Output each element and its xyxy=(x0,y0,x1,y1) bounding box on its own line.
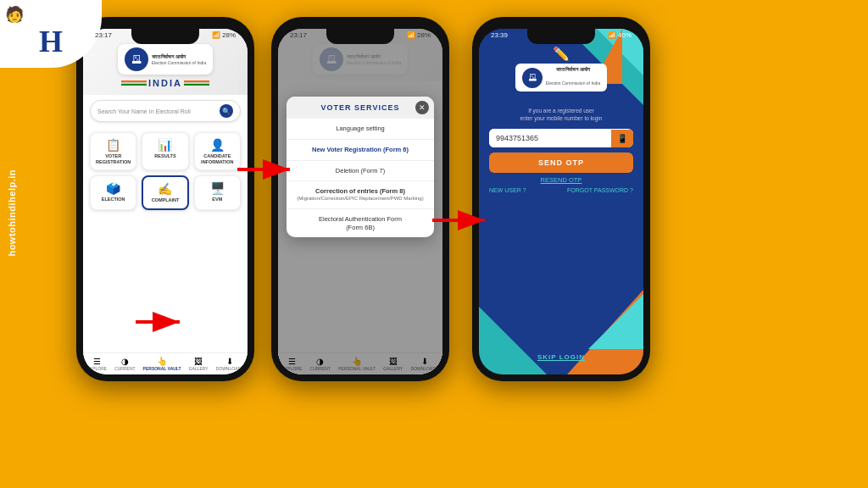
nav-current[interactable]: ◑ CURRENT xyxy=(114,357,135,371)
nav-gallery[interactable]: 🖼 GALLERY xyxy=(189,357,209,371)
phone-2-signal: 📶 28% xyxy=(407,31,431,39)
modal-item-correction[interactable]: Correction of entries (Form 8) (Migratio… xyxy=(287,181,434,209)
pencil-icon: ✏️ xyxy=(487,46,635,62)
new-user-link[interactable]: NEW USER ? xyxy=(489,187,526,193)
results-icon: 📊 xyxy=(144,138,186,152)
voter-registration-icon: 📋 xyxy=(92,138,134,152)
login-form: If you are a registered userenter your m… xyxy=(479,102,643,198)
forgot-password-link[interactable]: FORGOT PASSWORD ? xyxy=(567,187,633,193)
modal-correction-label: Correction of entries (Form 8) xyxy=(295,187,426,196)
phone-2-notch xyxy=(326,29,394,44)
complaint-icon: ✍️ xyxy=(145,182,185,196)
resend-otp-link[interactable]: RESEND OTP xyxy=(489,176,633,184)
login-eci-emblem: 🗳 xyxy=(522,68,542,88)
downloads-icon: ⬇ xyxy=(216,357,244,366)
modal-correction-sub: (Migration/Correction/EPIC Replacement/P… xyxy=(295,196,426,202)
eci-emblem-icon: 🗳 xyxy=(125,47,148,71)
explore-icon: ☰ xyxy=(87,357,108,366)
main-grid: 📋 VOTERREGISTRATION 📊 RESULTS 👤 CANDIDAT… xyxy=(83,127,248,215)
nav-explore[interactable]: ☰ EXPLORE xyxy=(87,357,108,371)
website-url: howtohindihelp.in xyxy=(7,169,17,257)
phone-number-input-row: 📱 xyxy=(489,129,633,147)
current-icon: ◑ xyxy=(114,357,135,366)
candidate-info-icon: 👤 xyxy=(197,138,238,152)
phone-1-notch xyxy=(131,29,199,44)
phone-3: 23:39 📶 40% ✏️ 🗳 भारत निर्वाचन आयोग Elec… xyxy=(472,17,650,381)
login-background: 23:39 📶 40% ✏️ 🗳 भारत निर्वाचन आयोग Elec… xyxy=(479,29,643,374)
phone-2-time: 23:17 xyxy=(290,31,307,39)
voter-services-modal: VOTER SERVICES ✕ Language setting New Vo… xyxy=(287,97,434,237)
tricolor-icon xyxy=(121,80,147,86)
logo-letter: H xyxy=(39,24,63,59)
phone-2: 23:17 📶 28% 🗳 भारत निर्वाचन आयोग Electio… xyxy=(271,17,449,381)
modal-close-button[interactable]: ✕ xyxy=(415,101,429,114)
triangle-br2 xyxy=(588,294,643,349)
modal-item-new-voter[interactable]: New Voter Registration (Form 6) xyxy=(287,140,434,161)
eci-text: भारत निर्वाचन आयोग Election Commission o… xyxy=(152,54,206,65)
nav-downloads[interactable]: ⬇ DOWNLOADS xyxy=(216,357,244,371)
phone-2-screen: 23:17 📶 28% 🗳 भारत निर्वाचन आयोग Electio… xyxy=(278,29,442,374)
phone-number-input[interactable] xyxy=(489,129,611,147)
modal-item-electoral-auth[interactable]: Electoral Authentication Form(Form 6B) xyxy=(287,209,434,238)
new-user-row: NEW USER ? FORGOT PASSWORD ? xyxy=(489,187,633,193)
personal-vault-icon: 👆 xyxy=(143,357,181,366)
triangle-bl xyxy=(479,307,547,374)
skip-login-link[interactable]: SKIP LOGIN xyxy=(479,353,643,361)
evm-button[interactable]: 🖥️ EVM xyxy=(194,175,241,210)
modal-header: VOTER SERVICES ✕ xyxy=(287,97,434,119)
election-icon: 🗳️ xyxy=(92,181,134,195)
gallery-icon: 🖼 xyxy=(189,357,209,366)
modal-item-language[interactable]: Language setting xyxy=(287,119,434,140)
login-eci-logo: 🗳 भारत निर्वाचन आयोग Election Commission… xyxy=(515,64,607,92)
phone-1-signal: 📶 28% xyxy=(212,31,236,39)
phone-3-notch xyxy=(527,29,595,44)
tricolor-icon-2 xyxy=(184,80,209,86)
search-icon[interactable]: 🔍 xyxy=(220,104,233,118)
phone-3-time: 23:39 xyxy=(491,31,508,39)
candidate-info-button[interactable]: 👤 CANDIDATEINFORMATION xyxy=(194,132,241,170)
modal-title: VOTER SERVICES xyxy=(293,103,427,112)
search-bar[interactable]: Search Your Name In Electoral Roll 🔍 xyxy=(90,100,241,122)
logo-figure-icon: 🧑 xyxy=(5,5,24,24)
arrow-1 xyxy=(136,305,186,339)
login-subtitle: If you are a registered userenter your m… xyxy=(489,107,633,122)
phone-3-signal: 📶 40% xyxy=(608,31,632,39)
evm-icon: 🖥️ xyxy=(197,181,238,195)
results-button[interactable]: 📊 RESULTS xyxy=(142,132,188,170)
arrow-1b xyxy=(237,152,297,186)
modal-item-deletion[interactable]: Deletion (Form 7) xyxy=(287,161,434,182)
voter-registration-button[interactable]: 📋 VOTERREGISTRATION xyxy=(90,132,136,170)
send-otp-button[interactable]: SEND OTP xyxy=(489,152,633,173)
election-button[interactable]: 🗳️ ELECTION xyxy=(90,175,136,210)
complaint-button[interactable]: ✍️ COMPLAINT xyxy=(142,175,188,210)
search-placeholder: Search Your Name In Electoral Roll xyxy=(97,108,220,114)
arrow-2 xyxy=(432,203,492,237)
phone-input-icon: 📱 xyxy=(611,130,633,147)
bottom-nav: ☰ EXPLORE ◑ CURRENT 👆 PERSONAL VAULT 🖼 G… xyxy=(83,352,248,374)
phone-1-time: 23:17 xyxy=(95,31,112,39)
phone-3-screen: 23:39 📶 40% ✏️ 🗳 भारत निर्वाचन आयोग Elec… xyxy=(479,29,643,374)
nav-personal-vault[interactable]: 👆 PERSONAL VAULT xyxy=(143,357,181,371)
india-ribbon: INDIA xyxy=(92,78,239,88)
eci-badge: 🗳 भारत निर्वाचन आयोग Election Commission… xyxy=(118,44,213,75)
